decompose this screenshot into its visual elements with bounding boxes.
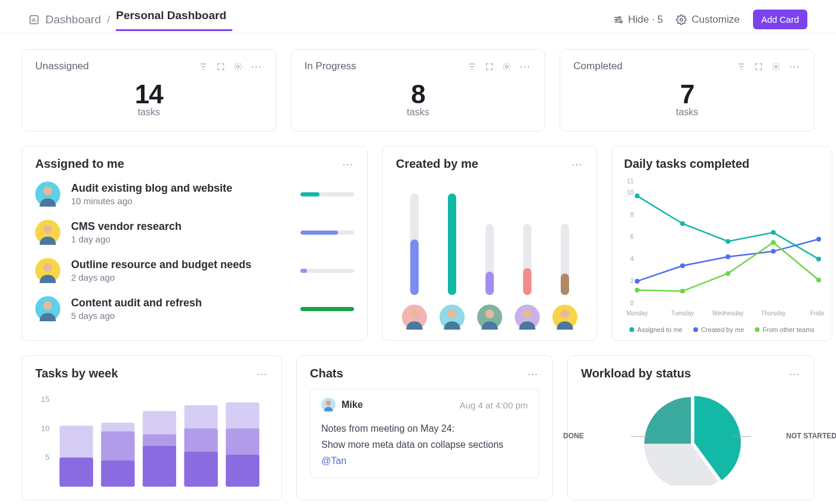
breadcrumb-current[interactable]: Personal Dashboard (116, 9, 226, 30)
svg-point-13 (44, 263, 53, 272)
hide-button[interactable]: Hide · 5 (613, 14, 663, 26)
avatar (35, 258, 60, 283)
more-icon[interactable]: ⋯ (789, 368, 801, 379)
stats-row: Unassigned ⋯ 14 tasks In Progress (21, 49, 815, 131)
progress-bar (300, 231, 354, 235)
customize-button[interactable]: Customize (676, 14, 739, 26)
svg-point-7 (775, 65, 777, 67)
expand-icon[interactable] (216, 62, 225, 71)
created-card: Created by me ⋯ (382, 146, 597, 341)
expand-icon[interactable] (485, 62, 494, 71)
task-item[interactable]: CMS vendor research 1 day ago (35, 220, 354, 245)
more-icon[interactable]: ⋯ (520, 61, 531, 72)
filter-icon[interactable] (737, 62, 746, 71)
avatar[interactable] (515, 305, 540, 330)
gear-icon[interactable] (502, 62, 511, 71)
chat-message[interactable]: Mike Aug 4 at 4:00 pm Notes from meeting… (310, 389, 539, 478)
svg-point-4 (680, 18, 683, 21)
stat-card-unassigned: Unassigned ⋯ 14 tasks (21, 49, 276, 131)
hide-label: Hide · 5 (628, 14, 663, 26)
weekly-card: Tasks by week ⋯ 51015 (21, 355, 282, 500)
svg-rect-64 (143, 446, 176, 487)
vertical-bar (561, 224, 569, 295)
task-time: 1 day ago (71, 234, 290, 244)
card-title: Workload by status (581, 367, 691, 380)
svg-text:2: 2 (630, 278, 634, 284)
stat-card-in-progress: In Progress ⋯ 8 tasks (291, 49, 546, 131)
svg-point-49 (680, 289, 685, 294)
task-time: 10 minutes ago (71, 196, 290, 206)
svg-point-2 (616, 19, 617, 20)
stat-title: Unassigned (35, 60, 89, 72)
avatar[interactable] (477, 305, 502, 330)
stat-card-completed: Completed ⋯ 7 tasks (560, 49, 815, 131)
card-title: Daily tasks completed (620, 157, 823, 171)
svg-point-15 (44, 301, 53, 310)
task-item[interactable]: Audit existing blog and website 10 minut… (35, 182, 354, 207)
stat-value: 14 (35, 79, 263, 109)
svg-point-42 (816, 257, 821, 262)
add-card-button[interactable]: Add Card (753, 10, 807, 29)
svg-point-44 (680, 263, 685, 268)
vertical-bar (410, 193, 419, 295)
gear-icon[interactable] (772, 62, 780, 71)
assigned-card: Assigned to me ⋯ Audit existing blog and… (21, 146, 368, 341)
breadcrumb-root[interactable]: Dashboard (45, 13, 101, 26)
progress-bar (300, 192, 354, 196)
task-item[interactable]: Content audit and refresh 5 days ago (35, 296, 354, 321)
chat-line: Show more meta data on collapse sections (321, 437, 528, 453)
more-icon[interactable]: ⋯ (251, 61, 263, 72)
card-title: Assigned to me (35, 157, 124, 171)
svg-point-51 (771, 240, 776, 245)
chat-time: Aug 4 at 4:00 pm (460, 400, 528, 410)
svg-text:10: 10 (41, 424, 50, 433)
avatar[interactable] (439, 305, 465, 330)
stat-value: 8 (305, 79, 532, 109)
chat-mention[interactable]: @Tan (321, 453, 528, 469)
legend-item: From other teams (755, 326, 815, 333)
gear-icon[interactable] (233, 62, 242, 71)
chat-user-name: Mike (342, 399, 363, 410)
more-icon[interactable]: ⋯ (342, 159, 354, 170)
filter-icon[interactable] (199, 62, 208, 71)
stat-unit: tasks (305, 107, 532, 118)
svg-text:11: 11 (627, 178, 634, 185)
line-chart: 024681011MondayTuesdayWednesdayThursdayF… (620, 177, 823, 322)
svg-point-45 (726, 254, 730, 259)
more-icon[interactable]: ⋯ (256, 368, 268, 379)
task-list: Audit existing blog and website 10 minut… (35, 182, 354, 321)
avatar (321, 398, 336, 412)
stat-unit: tasks (573, 107, 801, 118)
svg-point-46 (771, 249, 776, 254)
svg-point-1 (618, 16, 620, 18)
header-bar: Dashboard / Personal Dashboard Hide · 5 … (0, 0, 836, 33)
svg-point-43 (635, 279, 640, 284)
bar-avatars (396, 305, 583, 330)
svg-text:Friday: Friday (810, 310, 823, 316)
avatar (35, 182, 60, 207)
svg-point-9 (44, 186, 53, 195)
pie-chart: DONE NOT STARTED (581, 390, 801, 485)
task-time: 5 days ago (71, 311, 290, 321)
svg-point-48 (635, 288, 640, 293)
svg-point-11 (44, 225, 53, 233)
task-item[interactable]: Outline resource and budget needs 2 days… (35, 258, 354, 283)
stat-title: In Progress (305, 60, 356, 72)
breadcrumb: Dashboard / Personal Dashboard (29, 9, 226, 30)
avatar[interactable] (552, 305, 577, 330)
expand-icon[interactable] (754, 62, 763, 71)
svg-point-47 (816, 236, 821, 241)
daily-card: Daily tasks completed 024681011MondayTue… (611, 146, 832, 341)
more-icon[interactable]: ⋯ (789, 61, 801, 72)
task-time: 2 days ago (71, 272, 290, 282)
more-icon[interactable]: ⋯ (571, 159, 583, 170)
more-icon[interactable]: ⋯ (527, 368, 539, 379)
svg-text:Tuesday: Tuesday (671, 310, 694, 316)
svg-point-5 (236, 65, 239, 67)
card-title: Tasks by week (35, 367, 118, 380)
filter-icon[interactable] (468, 62, 477, 71)
svg-point-40 (726, 239, 730, 244)
avatar[interactable] (402, 305, 427, 330)
avatar (35, 296, 60, 321)
task-title: Outline resource and budget needs (71, 259, 290, 271)
